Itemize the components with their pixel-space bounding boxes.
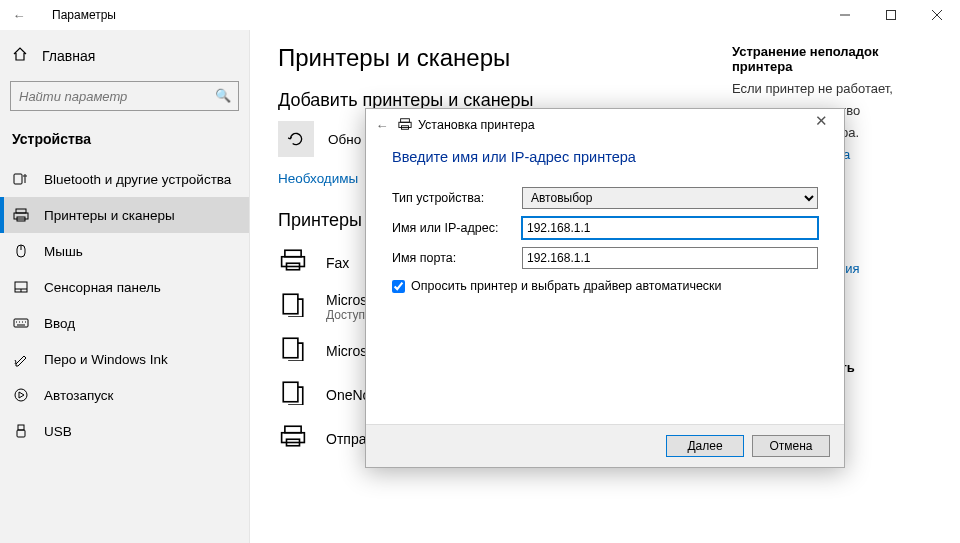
port-input[interactable] xyxy=(522,247,818,269)
svg-point-5 xyxy=(24,175,26,177)
touchpad-icon xyxy=(12,279,30,295)
printer-icon xyxy=(278,247,308,279)
sidebar-item-label: Мышь xyxy=(44,244,83,259)
sidebar-item-label: Bluetooth и другие устройства xyxy=(44,172,231,187)
sidebar-item-touchpad[interactable]: Сенсорная панель xyxy=(0,269,249,305)
next-button[interactable]: Далее xyxy=(666,435,744,457)
sidebar: Главная 🔍 Устройства Bluetooth и другие … xyxy=(0,30,250,543)
host-input[interactable] xyxy=(522,217,818,239)
sidebar-item-mouse[interactable]: Мышь xyxy=(0,233,249,269)
maximize-button[interactable] xyxy=(868,0,914,30)
sidebar-item-bluetooth[interactable]: Bluetooth и другие устройства xyxy=(0,161,249,197)
svg-point-20 xyxy=(15,389,27,401)
keyboard-icon xyxy=(12,315,30,331)
svg-rect-24 xyxy=(282,257,305,267)
usb-icon xyxy=(12,423,30,439)
sidebar-item-typing[interactable]: Ввод xyxy=(0,305,249,341)
svg-rect-33 xyxy=(399,122,411,127)
pen-icon xyxy=(12,351,30,367)
printer-icon xyxy=(398,117,412,134)
refresh-icon xyxy=(287,130,305,148)
device-type-select[interactable]: Автовыбор xyxy=(522,187,818,209)
sidebar-item-printers[interactable]: Принтеры и сканеры xyxy=(0,197,249,233)
search-icon: 🔍 xyxy=(215,88,231,103)
printer-icon xyxy=(278,291,308,323)
sidebar-search[interactable]: 🔍 xyxy=(10,81,239,111)
sidebar-item-label: Перо и Windows Ink xyxy=(44,352,168,367)
printer-icon xyxy=(278,379,308,411)
printer-name: Fax xyxy=(326,255,349,271)
host-label: Имя или IP-адрес: xyxy=(392,221,522,235)
sidebar-home-label: Главная xyxy=(42,48,95,64)
auto-driver-label: Опросить принтер и выбрать драйвер автом… xyxy=(411,279,722,293)
sidebar-item-label: Сенсорная панель xyxy=(44,280,161,295)
device-type-label: Тип устройства: xyxy=(392,191,522,205)
window-title: Параметры xyxy=(52,8,116,22)
sidebar-item-label: Принтеры и сканеры xyxy=(44,208,175,223)
svg-rect-1 xyxy=(887,11,896,20)
cancel-button[interactable]: Отмена xyxy=(752,435,830,457)
sidebar-category: Устройства xyxy=(0,125,249,161)
auto-driver-checkbox[interactable] xyxy=(392,280,405,293)
printer-icon xyxy=(278,335,308,367)
refresh-button[interactable] xyxy=(278,121,314,157)
svg-rect-29 xyxy=(285,426,301,433)
dialog-heading: Введите имя или IP-адрес принтера xyxy=(392,149,818,165)
printer-icon xyxy=(12,207,30,223)
svg-rect-27 xyxy=(283,338,298,358)
autoplay-icon xyxy=(12,387,30,403)
back-arrow-icon[interactable]: ← xyxy=(10,8,28,23)
svg-rect-7 xyxy=(14,213,28,219)
dialog-footer: Далее Отмена xyxy=(366,424,844,467)
home-icon xyxy=(12,46,28,65)
svg-rect-6 xyxy=(16,209,26,213)
port-label: Имя порта: xyxy=(392,251,522,265)
printer-name: Micros xyxy=(326,292,367,308)
bluetooth-icon xyxy=(12,171,30,187)
svg-rect-32 xyxy=(401,118,410,122)
sidebar-item-label: USB xyxy=(44,424,72,439)
dialog-back-icon[interactable]: ← xyxy=(372,118,392,133)
svg-rect-22 xyxy=(17,430,25,437)
sidebar-item-pen[interactable]: Перо и Windows Ink xyxy=(0,341,249,377)
svg-rect-26 xyxy=(283,294,298,314)
printer-name: Отпра xyxy=(326,431,366,447)
svg-rect-21 xyxy=(18,425,24,430)
mouse-icon xyxy=(12,243,30,259)
dialog-title: Установка принтера xyxy=(418,118,535,132)
page-title: Принтеры и сканеры xyxy=(278,44,702,72)
sidebar-item-label: Автозапуск xyxy=(44,388,114,403)
add-printer-dialog: ← Установка принтера ✕ Введите имя или I… xyxy=(365,108,845,468)
dialog-titlebar: ← Установка принтера xyxy=(366,109,844,141)
printer-name: Micros xyxy=(326,343,367,359)
aside-trouble-title: Устранение неполадок принтера xyxy=(732,44,932,74)
dialog-close-button[interactable]: ✕ xyxy=(806,112,836,130)
svg-rect-4 xyxy=(14,174,22,184)
sidebar-item-autoplay[interactable]: Автозапуск xyxy=(0,377,249,413)
printer-name: OneNo xyxy=(326,387,370,403)
sidebar-item-usb[interactable]: USB xyxy=(0,413,249,449)
search-input[interactable] xyxy=(10,81,239,111)
svg-rect-30 xyxy=(282,433,305,443)
svg-rect-28 xyxy=(283,382,298,402)
svg-rect-14 xyxy=(14,319,28,327)
svg-rect-23 xyxy=(285,250,301,257)
sidebar-home[interactable]: Главная xyxy=(0,38,249,73)
sidebar-item-label: Ввод xyxy=(44,316,75,331)
titlebar: ← Параметры xyxy=(0,0,960,30)
printer-sub: Доступ xyxy=(326,308,367,322)
minimize-button[interactable] xyxy=(822,0,868,30)
close-button[interactable] xyxy=(914,0,960,30)
window-controls xyxy=(822,0,960,30)
printer-icon xyxy=(278,423,308,455)
refresh-label: Обно xyxy=(328,132,361,147)
aside-text: Если принтер не работает, xyxy=(732,80,932,98)
